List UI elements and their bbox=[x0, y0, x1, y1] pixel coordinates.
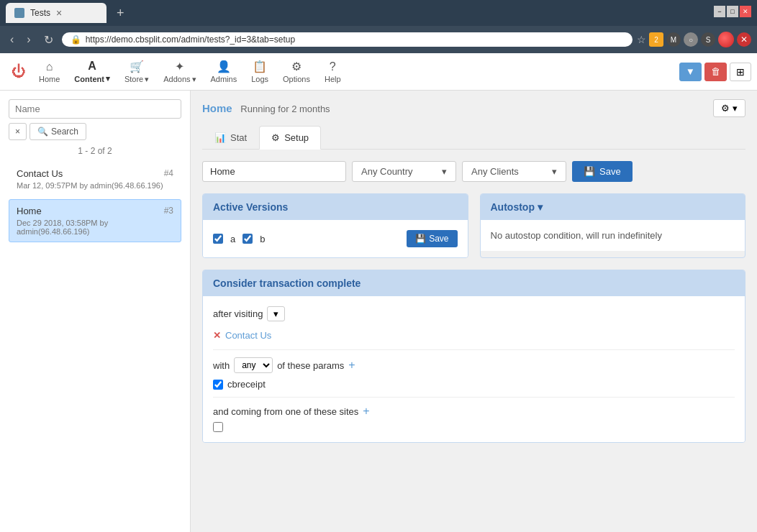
after-visiting-row: after visiting ▾ bbox=[213, 306, 735, 321]
list-item-home[interactable]: Home #3 Dec 29 2018, 03:58PM by admin(96… bbox=[9, 199, 181, 242]
of-these-params-label: of these params bbox=[277, 360, 344, 371]
tab-close-btn[interactable]: × bbox=[56, 7, 62, 19]
store-icon: 🛒 bbox=[130, 60, 144, 73]
param-row: cbreceipt bbox=[213, 379, 735, 390]
tab-setup-label: Setup bbox=[284, 132, 309, 143]
nav-store[interactable]: 🛒 Store ▾ bbox=[117, 57, 156, 87]
coming-from-row: and coming from one of these sites + bbox=[213, 405, 735, 418]
help-icon: ? bbox=[330, 60, 336, 73]
active-versions-title: Active Versions bbox=[213, 201, 288, 213]
forward-btn[interactable]: › bbox=[22, 32, 35, 47]
nav-addons[interactable]: ✦ Addons ▾ bbox=[156, 57, 203, 87]
close-btn[interactable]: ✕ bbox=[740, 6, 751, 17]
version-save-btn[interactable]: 💾 Save bbox=[407, 230, 457, 247]
version-a-label: a bbox=[230, 234, 235, 244]
url-text: https://demo.cbsplit.com/admin/tests?_id… bbox=[86, 35, 296, 45]
contact-us-link[interactable]: Contact Us bbox=[225, 330, 271, 341]
back-btn[interactable]: ‹ bbox=[6, 32, 18, 47]
ext-icon-1: 2 bbox=[649, 32, 663, 47]
new-tab-btn[interactable]: + bbox=[111, 6, 130, 21]
cbreceipt-checkbox[interactable] bbox=[213, 380, 223, 390]
content-icon: A bbox=[88, 60, 96, 73]
reload-btn[interactable]: ↻ bbox=[40, 32, 58, 48]
country-select[interactable]: Any Country ▾ bbox=[352, 161, 456, 182]
add-param-btn[interactable]: + bbox=[348, 359, 355, 372]
search-icon: 🔍 bbox=[37, 127, 48, 137]
nav-logs-label: Logs bbox=[251, 75, 268, 83]
minimize-btn[interactable]: − bbox=[714, 6, 725, 17]
with-label: with bbox=[213, 360, 230, 371]
version-save-label: Save bbox=[429, 234, 448, 244]
browser-tab[interactable]: Tests × bbox=[6, 3, 106, 23]
nav-home[interactable]: ⌂ Home bbox=[32, 58, 67, 86]
remove-contact-us-btn[interactable]: ✕ bbox=[213, 330, 221, 341]
search-btn[interactable]: 🔍 Search bbox=[30, 123, 86, 140]
consider-transaction-section: Consider transaction complete after visi… bbox=[202, 270, 745, 443]
setup-icon: ⚙ bbox=[271, 132, 280, 143]
ext-icon-2: M bbox=[666, 32, 681, 47]
action-btn-2[interactable]: 🗑 bbox=[704, 63, 727, 81]
power-icon[interactable]: ⏻ bbox=[6, 60, 32, 83]
contact-us-item: ✕ Contact Us bbox=[213, 329, 735, 342]
version-b-checkbox[interactable] bbox=[242, 234, 253, 244]
nav-logs[interactable]: 📋 Logs bbox=[244, 57, 276, 86]
consider-transaction-header: Consider transaction complete bbox=[203, 270, 745, 296]
list-item-meta-2: Dec 29 2018, 03:58PM by admin(96.48.66.1… bbox=[17, 219, 173, 236]
country-select-label: Any Country bbox=[361, 166, 413, 177]
coming-from-label: and coming from one of these sites bbox=[213, 406, 358, 417]
autostop-title: Autostop ▾ bbox=[491, 201, 543, 213]
ext-icon-3: ○ bbox=[684, 32, 698, 47]
save-main-btn[interactable]: 💾 Save bbox=[572, 161, 633, 182]
address-bar[interactable]: 🔒 https://demo.cbsplit.com/admin/tests?_… bbox=[62, 32, 633, 47]
list-item-id-2: #3 bbox=[164, 206, 173, 216]
save-main-label: Save bbox=[599, 166, 621, 177]
cbreceipt-label: cbreceipt bbox=[227, 379, 266, 390]
nav-content[interactable]: A Content ▾ bbox=[67, 57, 117, 86]
consider-transaction-title: Consider transaction complete bbox=[213, 278, 361, 289]
autostop-header[interactable]: Autostop ▾ bbox=[481, 194, 745, 220]
nav-admins-label: Admins bbox=[211, 75, 237, 83]
version-a-checkbox[interactable] bbox=[213, 234, 223, 244]
add-site-btn[interactable]: + bbox=[363, 405, 369, 418]
test-name-input[interactable] bbox=[202, 161, 346, 182]
nav-options-label: Options bbox=[283, 75, 310, 83]
gear-settings-btn[interactable]: ⚙ ▾ bbox=[713, 99, 745, 117]
clickbank-checkbox[interactable] bbox=[213, 422, 223, 432]
any-select[interactable]: any bbox=[234, 357, 273, 373]
action-btn-1[interactable]: ▼ bbox=[679, 63, 702, 81]
autostop-body: No autostop condition, will run indefini… bbox=[481, 220, 745, 251]
bookmark-icon[interactable]: ☆ bbox=[637, 34, 646, 45]
options-icon: ⚙ bbox=[291, 60, 302, 73]
list-item-meta-1: Mar 12, 09:57PM by admin(96.48.66.196) bbox=[17, 181, 173, 190]
nav-admins[interactable]: 👤 Admins bbox=[204, 57, 245, 86]
content-home-link[interactable]: Home bbox=[202, 102, 232, 114]
admins-icon: 👤 bbox=[217, 60, 231, 73]
divider-2 bbox=[213, 397, 735, 398]
user-avatar bbox=[718, 32, 734, 47]
addons-dropdown-arrow: ▾ bbox=[192, 75, 196, 84]
nav-options[interactable]: ⚙ Options bbox=[276, 57, 317, 86]
consider-transaction-body: after visiting ▾ ✕ Contact Us with bbox=[203, 296, 745, 442]
tab-label: Tests bbox=[30, 8, 50, 18]
tab-setup[interactable]: ⚙ Setup bbox=[259, 126, 321, 150]
page-count: 1 - 2 of 2 bbox=[9, 146, 181, 156]
with-row: with any of these params + bbox=[213, 357, 735, 373]
name-search-input[interactable] bbox=[9, 99, 181, 119]
ext-icon-5: ✕ bbox=[737, 32, 751, 47]
list-item-id-1: #4 bbox=[164, 168, 173, 178]
clear-search-btn[interactable]: × bbox=[9, 123, 27, 140]
nav-help-label: Help bbox=[325, 75, 341, 83]
country-dropdown-arrow: ▾ bbox=[442, 166, 447, 177]
lock-icon: 🔒 bbox=[71, 35, 81, 45]
tab-stat[interactable]: 📊 Stat bbox=[202, 126, 259, 149]
store-dropdown-arrow: ▾ bbox=[145, 75, 149, 84]
site-row-partial bbox=[213, 422, 735, 432]
nav-help[interactable]: ? Help bbox=[317, 58, 348, 86]
action-btn-3[interactable]: ⊞ bbox=[730, 63, 751, 81]
clients-select[interactable]: Any Clients ▾ bbox=[462, 161, 566, 182]
clients-select-label: Any Clients bbox=[471, 166, 519, 177]
after-visiting-dropdown[interactable]: ▾ bbox=[267, 306, 285, 321]
maximize-btn[interactable]: □ bbox=[727, 6, 738, 17]
home-icon: ⌂ bbox=[46, 60, 53, 73]
list-item-contact-us[interactable]: Contact Us #4 Mar 12, 09:57PM by admin(9… bbox=[9, 162, 181, 196]
